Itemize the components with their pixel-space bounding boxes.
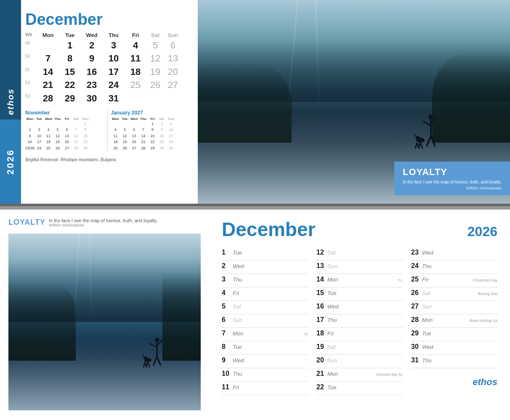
date-row-17: 17 Thu	[316, 314, 403, 328]
day-14: 14	[37, 66, 59, 78]
day-30: 30	[81, 92, 103, 105]
fri-header: Fri	[125, 32, 146, 38]
date-row-16: 16 Wed	[316, 301, 403, 314]
day-17: 17	[103, 66, 125, 78]
day-31: 31	[103, 92, 125, 105]
svg-line-3	[427, 136, 431, 146]
day-27: 27	[164, 79, 182, 91]
date-row-6: 6 Sun	[222, 314, 308, 328]
day-empty4	[164, 92, 182, 105]
date-row-24: 24 Thu	[411, 261, 497, 274]
january-title: January 2027	[111, 110, 190, 116]
svg-point-13	[155, 338, 159, 342]
mon-header: Mon	[37, 32, 59, 38]
day-21: 21	[37, 79, 59, 91]
loyalty-quote: In thy face I see the map of honour, tru…	[49, 218, 157, 223]
cal-row-52: 52 21 22 23 24 25 26 27	[25, 79, 189, 91]
svg-line-9	[420, 143, 422, 149]
date-row-28: 28 Mon Bank Holiday 53	[411, 314, 497, 328]
mini-cal-november: November Mon Tue Wed Thu Fri Sat Sun 1	[25, 110, 104, 151]
mini-cal-january: January 2027 Mon Tue Wed Thu Fri Sat Sun…	[111, 110, 190, 151]
date-col-1: 1 Tue 2 Wed 3 Thu 4 Fri 5 Sat	[222, 247, 308, 408]
date-col-2: 12 Sat 13 Sun 14 Mon 51 15 Tue 16	[316, 247, 403, 408]
loyalty-badge-author: William Shakespeare	[403, 186, 502, 190]
date-row-7: 7 Mon 50	[222, 328, 308, 341]
date-row-21: 21 Mon Shortest day 52	[316, 368, 403, 382]
ethos-brand-bottom: ethos	[411, 368, 497, 388]
day-20: 20	[164, 66, 182, 78]
day-7: 7	[37, 52, 59, 65]
date-row-15: 15 Tue	[316, 287, 403, 301]
date-row-10: 10 Thu	[222, 368, 308, 382]
day-10: 10	[103, 52, 125, 65]
wed-header: Wed	[81, 32, 103, 38]
loyalty-badge-quote: In thy face I see the map of honour, tru…	[403, 179, 502, 185]
november-title: November	[25, 110, 104, 116]
image-caption: Beglika Reservoir, Rhodope mountains, Bu…	[25, 157, 189, 162]
wk-49: 49	[25, 39, 37, 52]
svg-line-4	[431, 136, 435, 146]
date-row-9: 9 Wed	[222, 355, 308, 368]
date-row-4: 4 Fri	[222, 287, 308, 301]
date-row-12: 12 Sat	[316, 247, 403, 261]
wk-51: 51	[25, 66, 37, 78]
date-row-14: 14 Mon 51	[316, 274, 403, 287]
svg-line-16	[153, 356, 157, 365]
date-row-18: 18 Fri	[316, 328, 403, 341]
cal-row-49: 49 1 2 3 4 5 6	[25, 39, 189, 52]
cal-row-50: 50 7 8 9 10 11 12 13	[25, 52, 189, 65]
day-12: 12	[146, 52, 164, 65]
main-month-title: December	[25, 11, 189, 29]
date-row-2: 2 Wed	[222, 261, 308, 274]
day-29: 29	[59, 92, 81, 105]
mini-calendars: November Mon Tue Wed Thu Fri Sat Sun 1	[25, 110, 189, 151]
november-grid: Mon Tue Wed Thu Fri Sat Sun 1 2 3	[25, 117, 104, 151]
day-28: 28	[37, 92, 59, 105]
top-half: ethos 2026 December Wk Mon Tue Wed Thu F…	[0, 0, 510, 206]
svg-line-17	[157, 356, 161, 365]
main-calendar: Wk Mon Tue Wed Thu Fri Sat Sun 49 1 2 3 …	[25, 32, 189, 105]
day-22: 22	[59, 79, 81, 91]
bottom-right-panel: December 2026 1 Tue 2 Wed 3 Thu 4	[209, 210, 510, 420]
tue-header: Tue	[59, 32, 81, 38]
date-row-11: 11 Fri	[222, 382, 308, 395]
ethos-brand-top: ethos	[6, 88, 16, 115]
top-left-panel: ethos 2026 December Wk Mon Tue Wed Thu F…	[0, 0, 198, 204]
sun-header: Sun	[164, 32, 182, 38]
day-empty3	[146, 92, 164, 105]
date-row-30: 30 Wed	[411, 341, 497, 355]
bottom-month-title: December	[222, 218, 315, 241]
january-grid: Mon Tue Wed Thu Fri Sat Sun 1 2 3 4 5	[111, 117, 190, 151]
day-5: 5	[146, 39, 164, 52]
wk-52: 52	[25, 79, 37, 91]
wk-header: Wk	[25, 32, 37, 38]
date-row-5: 5 Sat	[222, 301, 308, 314]
date-row-23: 23 Wed	[411, 247, 497, 261]
day-24: 24	[103, 79, 125, 91]
date-row-29: 29 Tue	[411, 328, 497, 341]
date-row-26: 26 Sat Boxing Day	[411, 287, 497, 301]
date-row-19: 19 Sat	[316, 341, 403, 355]
day-empty	[37, 39, 59, 52]
date-row-22: 22 Tue	[316, 382, 403, 395]
date-row-3: 3 Thu	[222, 274, 308, 287]
bottom-cal-header: December 2026	[222, 218, 497, 241]
date-row-31: 31 Thu	[411, 355, 497, 368]
svg-line-2	[422, 121, 431, 125]
date-row-8: 8 Tue	[222, 341, 308, 355]
svg-line-25	[142, 354, 145, 358]
date-row-1: 1 Tue	[222, 247, 308, 261]
date-row-27: 27 Sun	[411, 301, 497, 314]
wk-50: 50	[25, 52, 37, 65]
day-9: 9	[81, 52, 103, 65]
day-empty2	[125, 92, 146, 105]
day-3: 3	[103, 39, 125, 52]
year-sidebar: 2026	[0, 120, 21, 204]
loyalty-word: LOYALTY	[8, 218, 45, 227]
separator	[0, 206, 510, 210]
day-15: 15	[59, 66, 81, 78]
date-columns: 1 Tue 2 Wed 3 Thu 4 Fri 5 Sat	[222, 247, 497, 408]
day-2: 2	[81, 39, 103, 52]
date-col-3: 23 Wed 24 Thu 25 Fri Christmas Day 26 Sa…	[411, 247, 497, 408]
bottom-year-title: 2026	[468, 224, 497, 239]
